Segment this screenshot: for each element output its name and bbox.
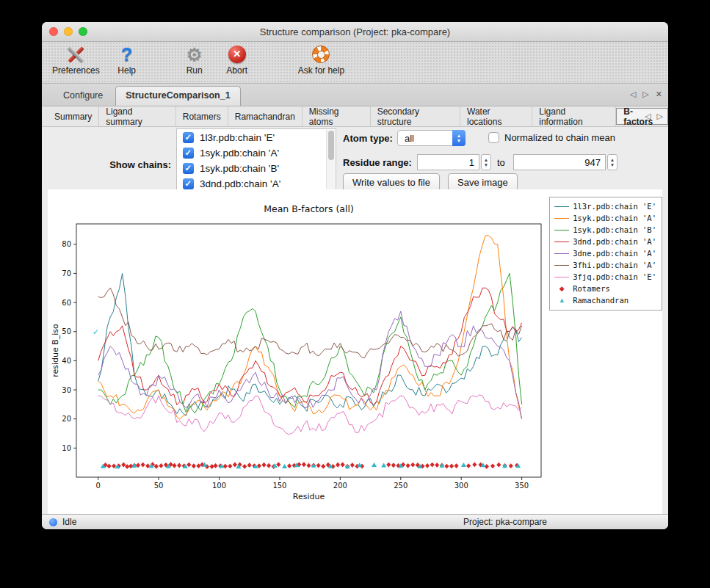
chains-list: 1l3r.pdb:chain 'E'1syk.pdb:chain 'A'1syk… [176, 128, 336, 192]
normalized-checkbox[interactable]: Normalized to chain mean [488, 132, 615, 143]
controls-panel: Show chains: 1l3r.pdb:chain 'E'1syk.pdb:… [42, 127, 668, 195]
subtab-water-locations[interactable]: Water locations [460, 106, 532, 126]
tab-structurecomparison-1[interactable]: StructureComparison_1 [115, 86, 240, 106]
subtab-ligand-summary[interactable]: Ligand summary [99, 106, 175, 126]
legend-label: 3fjq.pdb:chain 'E' [573, 272, 656, 281]
checkbox-icon[interactable] [183, 178, 194, 189]
toolbar-preferences-button[interactable]: Preferences [52, 44, 100, 76]
svg-text:✓: ✓ [93, 327, 99, 337]
combo-down-icon[interactable]: ▼ [457, 138, 461, 143]
toolbar-item-label: Ask for help [298, 65, 344, 76]
run-icon [182, 44, 207, 65]
sub-tab-bar: SummaryLigand summaryRotamersRamachandra… [42, 106, 668, 127]
chain-label: 3dnd.pdb:chain 'A' [200, 178, 280, 189]
svg-text:Residue: Residue [293, 492, 325, 501]
svg-text:30: 30 [62, 386, 71, 394]
chain-row[interactable]: 3dnd.pdb:chain 'A' [178, 176, 327, 190]
atom-type-value: all [405, 133, 414, 144]
svg-text:residue B_iso: residue B_iso [51, 324, 60, 377]
abort-icon [225, 44, 250, 65]
svg-text:70: 70 [62, 269, 71, 277]
residue-to-stepper[interactable]: ▲▼ [607, 154, 617, 170]
stepper-down-icon[interactable]: ▼ [610, 162, 615, 167]
toolbar-help-button[interactable]: Help [112, 44, 142, 76]
subtab-scroll-left-icon[interactable]: ◁ [645, 112, 651, 121]
legend-label: 3fhi.pdb:chain 'A' [573, 261, 656, 269]
legend-label: 3dne.pdb:chain 'A' [573, 249, 656, 258]
chain-row[interactable]: 1l3r.pdb:chain 'E' [178, 130, 327, 145]
preferences-icon [63, 44, 88, 65]
legend-item: 1l3r.pdb:chain 'E' [554, 201, 656, 212]
toolbar-item-label: Help [117, 65, 136, 76]
legend-line-sample [554, 277, 569, 277]
minimize-window-button[interactable] [64, 27, 73, 36]
legend-line-sample [554, 242, 569, 242]
svg-text:300: 300 [454, 482, 468, 490]
checkbox-icon[interactable] [488, 132, 499, 143]
scrollbar-thumb[interactable] [328, 131, 334, 160]
chain-row[interactable]: 1syk.pdb:chain 'A' [178, 145, 327, 161]
close-window-button[interactable] [49, 27, 58, 36]
zoom-window-button[interactable] [79, 27, 87, 36]
subtab-ligand-information[interactable]: Ligand information [532, 106, 616, 126]
residue-from-stepper[interactable]: ▲▼ [481, 154, 491, 170]
chains-scrollbar[interactable] [326, 130, 335, 190]
chain-label: 1l3r.pdb:chain 'E' [200, 132, 275, 143]
toolbar-ask-for-help-button[interactable]: Ask for help [298, 44, 344, 76]
stepper-up-icon[interactable]: ▲ [610, 157, 615, 162]
lifebuoy-icon [308, 44, 333, 65]
checkbox-icon[interactable] [183, 148, 194, 159]
tab-scroll-right-icon[interactable]: ▷ [642, 90, 648, 99]
legend-item: 3dnd.pdb:chain 'A' [554, 236, 656, 247]
status-text: Idle [62, 517, 76, 527]
svg-text:0: 0 [95, 482, 100, 490]
toolbar-item-label: Run [186, 65, 203, 76]
chain-label: 1syk.pdb:chain 'B' [200, 163, 279, 174]
toolbar-abort-button[interactable]: Abort [222, 44, 253, 76]
checkbox-icon[interactable] [183, 132, 194, 143]
bfactor-chart: Mean B-factors (all)residue B_isoResidue… [48, 189, 591, 505]
residue-to-input[interactable] [513, 154, 606, 170]
svg-text:40: 40 [62, 357, 71, 365]
atom-type-select[interactable]: all ▲▼ [397, 130, 466, 146]
subtab-missing-atoms[interactable]: Missing atoms [303, 106, 371, 126]
combo-arrows-icon: ▲▼ [452, 130, 466, 146]
stepper-up-icon[interactable]: ▲ [484, 157, 488, 162]
subtab-summary[interactable]: Summary [48, 106, 99, 126]
title-bar[interactable]: Structure comparison (Project: pka-compa… [42, 22, 668, 42]
svg-text:80: 80 [62, 240, 71, 248]
legend-line-sample [554, 218, 569, 219]
app-window: Structure comparison (Project: pka-compa… [42, 22, 668, 529]
residue-from-input[interactable] [417, 154, 479, 170]
combo-up-icon[interactable]: ▲ [457, 133, 461, 138]
svg-text:100: 100 [212, 482, 226, 490]
subtab-secondary-structure[interactable]: Secondary structure [371, 106, 460, 126]
chain-row[interactable]: 1syk.pdb:chain 'B' [178, 161, 327, 176]
legend-item: 3fjq.pdb:chain 'E' [554, 272, 656, 283]
legend-label: Ramachandran [573, 296, 629, 305]
traffic-lights [49, 27, 87, 36]
svg-text:350: 350 [515, 482, 529, 490]
toolbar-run-button[interactable]: Run [179, 44, 210, 76]
svg-text:150: 150 [272, 482, 286, 490]
tab-configure[interactable]: Configure [54, 86, 112, 106]
atom-type-label: Atom type: [343, 133, 393, 144]
svg-text:50: 50 [62, 327, 71, 335]
tab-close-icon[interactable]: ✕ [656, 90, 662, 99]
toolbar-item-label: Abort [226, 65, 247, 76]
subtab-rotamers[interactable]: Rotamers [176, 106, 228, 126]
checkbox-icon[interactable] [183, 163, 194, 174]
legend-label: 1syk.pdb:chain 'B' [573, 225, 656, 234]
status-bar: Idle Project: pka-compare [42, 514, 668, 529]
legend-item: ▲Ramachandran [554, 295, 656, 306]
subtab-ramachandran[interactable]: Ramachandran [228, 106, 303, 126]
stepper-down-icon[interactable]: ▼ [484, 162, 488, 167]
legend-line-sample [554, 206, 569, 207]
legend-label: Rotamers [573, 284, 610, 293]
triangle-marker-icon: ▲ [554, 297, 569, 304]
legend-line-sample [554, 230, 569, 231]
legend-label: 1syk.pdb:chain 'A' [573, 214, 656, 222]
subtab-scroll-right-icon[interactable]: ▷ [657, 112, 663, 121]
tab-scroll-left-icon[interactable]: ◁ [630, 90, 636, 99]
desktop: { "window": { "title": "Structure compar… [0, 0, 710, 588]
